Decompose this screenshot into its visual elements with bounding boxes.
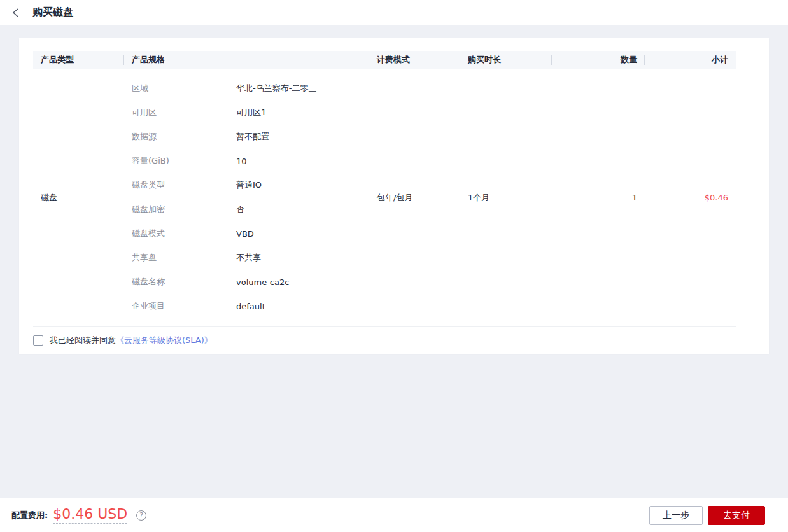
spec-row-disk-name: 磁盘名称 volume-ca2c	[124, 270, 369, 294]
spec-row-az: 可用区 可用区1	[124, 101, 369, 125]
col-header-product-type: 产品类型	[33, 51, 124, 69]
order-summary-card: 产品类型 产品规格 计费模式 购买时长 数量 小计 磁盘 区域 华北-乌兰察布-…	[19, 38, 769, 354]
spec-label: 磁盘名称	[124, 276, 236, 288]
spec-row-data-source: 数据源 暂不配置	[124, 125, 369, 149]
cell-billing-mode: 包年/包月	[369, 69, 460, 326]
spec-row-shared: 共享盘 不共享	[124, 246, 369, 270]
spec-value: 普通IO	[236, 179, 262, 191]
spec-value: 华北-乌兰察布-二零三	[236, 83, 316, 94]
spec-row-enterprise-project: 企业项目 default	[124, 294, 369, 318]
previous-step-button[interactable]: 上一步	[649, 506, 703, 525]
spec-row-region: 区域 华北-乌兰察布-二零三	[124, 76, 369, 101]
agreement-text: 我已经阅读并同意	[50, 335, 116, 346]
header-divider	[27, 8, 27, 17]
col-header-duration: 购买时长	[460, 51, 552, 69]
spec-value: VBD	[236, 229, 254, 239]
back-icon[interactable]	[9, 6, 23, 20]
spec-value: default	[236, 302, 265, 311]
spec-label: 可用区	[124, 107, 236, 118]
chevron-left-icon	[12, 8, 20, 17]
col-header-subtotal: 小计	[645, 51, 736, 69]
spec-row-disk-mode: 磁盘模式 VBD	[124, 221, 369, 246]
spec-value: 可用区1	[236, 107, 266, 118]
spec-row-capacity: 容量(GiB) 10	[124, 149, 369, 173]
footer-bar: 配置费用: $0.46 USD ? 上一步 去支付	[0, 498, 788, 532]
config-cost-label: 配置费用:	[11, 510, 48, 521]
spec-row-disk-type: 磁盘类型 普通IO	[124, 173, 369, 197]
cell-duration: 1个月	[460, 69, 552, 326]
agreement-checkbox[interactable]	[33, 335, 43, 346]
agreement-row: 我已经阅读并同意 《云服务等级协议(SLA)》	[33, 326, 736, 354]
sla-agreement-link[interactable]: 《云服务等级协议(SLA)》	[116, 335, 213, 346]
spec-label: 磁盘加密	[124, 204, 236, 215]
spec-value: 否	[236, 204, 244, 215]
spec-label: 磁盘模式	[124, 228, 236, 239]
spec-value: volume-ca2c	[236, 277, 289, 287]
spec-label: 数据源	[124, 131, 236, 143]
table-header-row: 产品类型 产品规格 计费模式 购买时长 数量 小计	[33, 51, 736, 69]
spec-label: 区域	[124, 83, 236, 94]
col-header-product-spec: 产品规格	[124, 51, 369, 69]
table-row-disk: 磁盘 区域 华北-乌兰察布-二零三 可用区 可用区1 数据源 暂不配置	[33, 69, 736, 326]
spec-value: 10	[236, 157, 247, 166]
col-header-billing-mode: 计费模式	[369, 51, 460, 69]
cell-product-type: 磁盘	[33, 69, 124, 326]
spec-label: 共享盘	[124, 252, 236, 263]
col-header-quantity: 数量	[552, 51, 645, 69]
help-question-icon[interactable]: ?	[136, 510, 146, 521]
spec-label: 磁盘类型	[124, 179, 236, 191]
page-header: 购买磁盘	[0, 0, 788, 25]
spec-label: 容量(GiB)	[124, 155, 236, 167]
spec-value: 不共享	[236, 252, 261, 263]
main-content: 产品类型 产品规格 计费模式 购买时长 数量 小计 磁盘 区域 华北-乌兰察布-…	[0, 25, 788, 497]
spec-row-encryption: 磁盘加密 否	[124, 197, 369, 221]
page-title: 购买磁盘	[32, 6, 73, 19]
spec-label: 企业项目	[124, 300, 236, 312]
cell-subtotal: $0.46	[645, 69, 736, 326]
spec-value: 暂不配置	[236, 131, 269, 143]
go-to-pay-button[interactable]: 去支付	[708, 506, 765, 525]
config-cost-price: $0.46 USD	[53, 507, 127, 524]
cell-product-specs: 区域 华北-乌兰察布-二零三 可用区 可用区1 数据源 暂不配置 容量(GiB)…	[124, 69, 369, 326]
order-table: 产品类型 产品规格 计费模式 购买时长 数量 小计 磁盘 区域 华北-乌兰察布-…	[33, 51, 736, 326]
cell-quantity: 1	[552, 69, 645, 326]
